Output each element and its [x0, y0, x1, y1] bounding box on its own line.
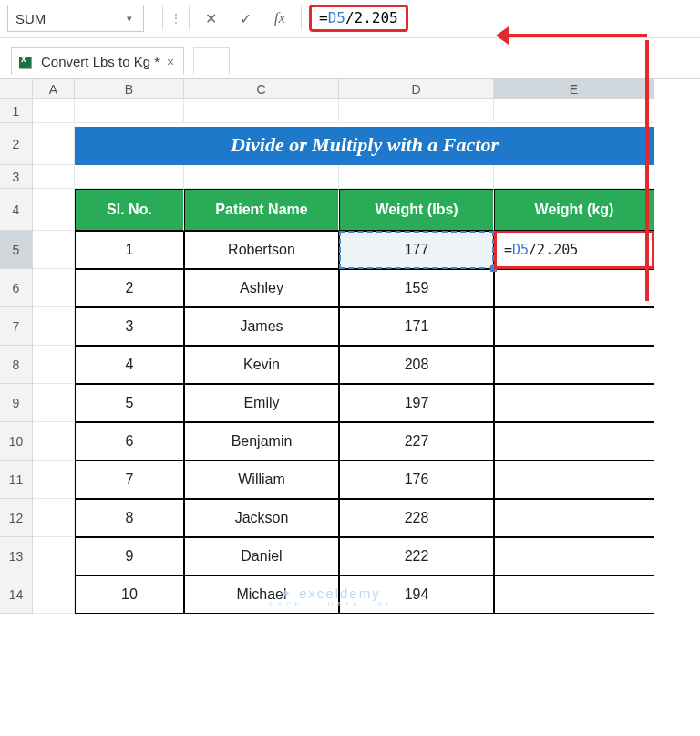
workbook-tab[interactable]: Convert Lbs to Kg * ×	[11, 47, 184, 75]
table-cell-lbs[interactable]: 177	[339, 231, 494, 269]
table-cell-lbs[interactable]: 208	[339, 346, 494, 384]
table-cell-kg[interactable]	[494, 307, 654, 346]
spreadsheet-grid: A B C D E 1 2 Divide or Multiply with a …	[0, 78, 700, 614]
cell[interactable]	[33, 165, 75, 189]
cell[interactable]	[33, 537, 75, 575]
row-header[interactable]: 2	[0, 123, 33, 165]
table-cell-name[interactable]: Emily	[184, 384, 339, 422]
row-header[interactable]: 3	[0, 165, 33, 189]
table-cell-name[interactable]: Ashley	[184, 269, 339, 307]
row-header[interactable]: 4	[0, 189, 33, 231]
select-all-corner[interactable]	[0, 79, 33, 99]
editing-cell[interactable]: =D5/2.205	[494, 231, 654, 269]
cell[interactable]	[33, 307, 75, 346]
cell[interactable]	[339, 99, 494, 123]
table-cell-lbs[interactable]: 227	[339, 422, 494, 461]
col-header-e[interactable]: E	[494, 79, 654, 99]
cell[interactable]	[33, 231, 75, 269]
cell[interactable]	[339, 165, 494, 189]
cell[interactable]	[75, 99, 184, 123]
row-header[interactable]: 12	[0, 499, 33, 537]
col-header-a[interactable]: A	[33, 79, 75, 99]
row-header[interactable]: 1	[0, 99, 33, 123]
formula-text: =D5/2.205	[309, 5, 408, 32]
row-header[interactable]: 11	[0, 461, 33, 499]
cell[interactable]	[33, 499, 75, 537]
table-cell-name[interactable]: Kevin	[184, 346, 339, 384]
workbook-tab-bar: Convert Lbs to Kg * ×	[0, 38, 700, 78]
cell[interactable]	[494, 165, 654, 189]
cell[interactable]	[33, 269, 75, 307]
col-header-d[interactable]: D	[339, 79, 494, 99]
row-header[interactable]: 10	[0, 422, 33, 461]
row-header[interactable]: 8	[0, 346, 33, 384]
cell[interactable]	[33, 189, 75, 231]
table-cell-kg[interactable]	[494, 269, 654, 307]
table-cell-name[interactable]: Daniel	[184, 537, 339, 575]
row-header[interactable]: 14	[0, 575, 33, 614]
table-cell-name[interactable]: William	[184, 461, 339, 499]
col-header-b[interactable]: B	[75, 79, 184, 99]
table-cell-kg[interactable]	[494, 537, 654, 575]
more-icon[interactable]: ⋮	[167, 5, 185, 32]
table-cell-lbs[interactable]: 197	[339, 384, 494, 422]
table-cell-kg[interactable]	[494, 422, 654, 461]
cancel-formula-button[interactable]: ✕	[193, 5, 228, 32]
table-cell-lbs[interactable]: 171	[339, 307, 494, 346]
row-header[interactable]: 6	[0, 269, 33, 307]
fx-icon[interactable]: fx	[262, 5, 297, 32]
table-cell-lbs[interactable]: 222	[339, 537, 494, 575]
table-cell-kg[interactable]	[494, 461, 654, 499]
table-cell-kg[interactable]	[494, 346, 654, 384]
close-icon[interactable]: ×	[167, 55, 174, 69]
col-header-c[interactable]: C	[184, 79, 339, 99]
cell[interactable]	[75, 165, 184, 189]
confirm-formula-button[interactable]: ✓	[228, 5, 262, 32]
table-cell-name[interactable]: Jackson	[184, 499, 339, 537]
table-header[interactable]: Weight (kg)	[494, 189, 654, 231]
table-cell-lbs[interactable]: 159	[339, 269, 494, 307]
formula-bar: SUM ▾ ⋮ ✕ ✓ fx =D5/2.205	[0, 0, 700, 38]
table-cell-lbs[interactable]: 176	[339, 461, 494, 499]
table-cell-slno[interactable]: 8	[75, 499, 184, 537]
table-cell-slno[interactable]: 9	[75, 537, 184, 575]
table-cell-slno[interactable]: 1	[75, 231, 184, 269]
table-cell-name[interactable]: James	[184, 307, 339, 346]
cell[interactable]	[33, 99, 75, 123]
table-cell-name[interactable]: Michael	[184, 575, 339, 614]
table-cell-lbs[interactable]: 194	[339, 575, 494, 614]
name-box[interactable]: SUM ▾	[7, 5, 144, 32]
row-header[interactable]: 9	[0, 384, 33, 422]
table-header[interactable]: Weight (lbs)	[339, 189, 494, 231]
table-cell-name[interactable]: Robertson	[184, 231, 339, 269]
table-cell-slno[interactable]: 5	[75, 384, 184, 422]
table-cell-lbs[interactable]: 228	[339, 499, 494, 537]
table-cell-slno[interactable]: 10	[75, 575, 184, 614]
table-cell-slno[interactable]: 3	[75, 307, 184, 346]
row-header[interactable]: 13	[0, 537, 33, 575]
cell[interactable]	[33, 575, 75, 614]
cell[interactable]	[33, 346, 75, 384]
table-cell-kg[interactable]	[494, 575, 654, 614]
cell[interactable]	[184, 99, 339, 123]
cell[interactable]	[184, 165, 339, 189]
table-header[interactable]: Patient Name	[184, 189, 339, 231]
table-cell-slno[interactable]: 4	[75, 346, 184, 384]
table-cell-kg[interactable]	[494, 499, 654, 537]
title-banner: Divide or Multiply with a Factor	[75, 127, 654, 165]
annotation-arrow	[645, 40, 649, 301]
table-cell-kg[interactable]	[494, 384, 654, 422]
table-header[interactable]: Sl. No.	[75, 189, 184, 231]
cell[interactable]	[33, 422, 75, 461]
row-header[interactable]: 7	[0, 307, 33, 346]
chevron-down-icon[interactable]: ▾	[123, 13, 136, 25]
cell[interactable]	[33, 123, 75, 165]
cell[interactable]	[33, 384, 75, 422]
table-cell-name[interactable]: Benjamin	[184, 422, 339, 461]
cell[interactable]	[494, 99, 654, 123]
table-cell-slno[interactable]: 6	[75, 422, 184, 461]
table-cell-slno[interactable]: 7	[75, 461, 184, 499]
table-cell-slno[interactable]: 2	[75, 269, 184, 307]
cell[interactable]	[33, 461, 75, 499]
row-header[interactable]: 5	[0, 231, 33, 269]
